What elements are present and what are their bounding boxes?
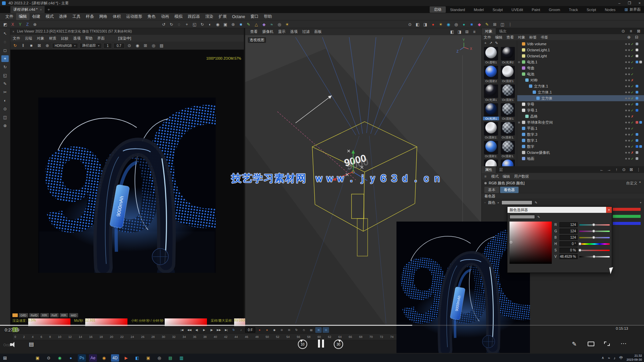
expander-icon[interactable]: ⊟ bbox=[517, 91, 533, 94]
forward-30-button[interactable]: 30 bbox=[334, 340, 343, 349]
enable-toggle-icon[interactable]: ✓ bbox=[630, 84, 635, 88]
editor-visibility-dot[interactable] bbox=[625, 128, 627, 129]
channel-value-field[interactable]: 0 ° bbox=[559, 241, 578, 246]
search-icon[interactable]: ⊙ bbox=[45, 354, 53, 362]
attr-mode-item[interactable]: 编辑 bbox=[500, 174, 512, 179]
octane-light-icon[interactable]: ☀ bbox=[437, 21, 444, 27]
om-search-icon[interactable]: ⊙ bbox=[620, 28, 627, 35]
tag-icon[interactable] bbox=[636, 79, 638, 81]
editor-visibility-dot[interactable] bbox=[625, 73, 627, 75]
attr-mode-item[interactable]: 用户数据 bbox=[512, 174, 531, 179]
play-button[interactable]: ▶ bbox=[201, 327, 207, 333]
tray-caret-icon[interactable]: ∧ bbox=[601, 356, 604, 360]
viewport-menu-item[interactable]: 摄像机 bbox=[260, 29, 276, 34]
tag-icon[interactable] bbox=[639, 133, 642, 136]
tag-icon[interactable] bbox=[639, 103, 642, 106]
viewport-solo-icon[interactable]: ◨ bbox=[422, 21, 429, 27]
folder2-icon[interactable]: ▣ bbox=[144, 354, 152, 362]
slider-knob[interactable] bbox=[578, 249, 581, 252]
previous-frame-icon[interactable]: ◀| bbox=[194, 327, 200, 333]
attr-more-icon[interactable]: ⋮ bbox=[635, 167, 642, 173]
menubar-item[interactable]: 工具 bbox=[70, 13, 83, 20]
volume-icon[interactable] bbox=[10, 342, 18, 347]
menubar-item[interactable]: 网格 bbox=[97, 13, 110, 20]
enable-toggle-icon[interactable]: ✓ bbox=[630, 145, 635, 148]
more-options-icon[interactable]: ⋯ bbox=[621, 340, 627, 347]
live-viewer-menu-item[interactable]: 比较 bbox=[59, 36, 71, 41]
material-thumbnail[interactable]: Oc混射1. bbox=[483, 159, 499, 166]
enable-toggle-icon[interactable]: ✓ bbox=[630, 66, 635, 70]
render-pass-chip[interactable]: RefD bbox=[29, 313, 40, 317]
live-viewer-menu-item[interactable]: 帮助 bbox=[83, 36, 95, 41]
annotate-icon[interactable]: ✎ bbox=[572, 341, 577, 348]
editor-visibility-dot[interactable] bbox=[625, 158, 627, 160]
coordinate-system-icon[interactable]: ⊕ bbox=[32, 21, 38, 27]
object-tree-row[interactable]: 字母.1 ✓ bbox=[517, 107, 644, 113]
object-tree-row[interactable]: ⊞ 数字.1 ✓ bbox=[517, 137, 644, 143]
object-tree-row[interactable]: OctaneLight ✓ bbox=[517, 53, 644, 59]
om-find-icon[interactable]: ⊕ bbox=[626, 34, 632, 41]
tag-icon[interactable] bbox=[636, 73, 638, 75]
layout-tab[interactable]: Sculpt bbox=[488, 7, 507, 12]
enable-toggle-icon[interactable]: ✓ bbox=[630, 157, 635, 161]
browser-icon[interactable]: ● bbox=[67, 354, 75, 362]
viewport-layout-icon[interactable]: ◧ bbox=[449, 28, 455, 35]
tag-icon[interactable] bbox=[639, 79, 642, 81]
current-frame-field[interactable]: 0 F bbox=[245, 327, 255, 333]
render-pass-chip[interactable]: Refl bbox=[50, 313, 59, 317]
tag-icon[interactable] bbox=[636, 61, 638, 63]
attributes-tab[interactable]: 属性 bbox=[482, 166, 496, 173]
viewport-menu-icon[interactable]: ≡ bbox=[471, 28, 478, 35]
octane-proxy-icon[interactable]: ◆ bbox=[476, 21, 483, 27]
enable-toggle-icon[interactable]: ✗ bbox=[630, 115, 635, 118]
material-thumbnail[interactable]: Oc混射1 bbox=[500, 65, 516, 83]
layout-tab[interactable]: Script bbox=[582, 7, 600, 12]
select-tool[interactable]: ↖ bbox=[1, 30, 9, 37]
brush-tool[interactable]: ◐ bbox=[1, 97, 9, 104]
record-button[interactable]: ● bbox=[256, 327, 263, 333]
render-view-icon[interactable]: ◉ bbox=[214, 21, 221, 27]
samples-field[interactable]: 1 bbox=[103, 43, 112, 49]
material-thumbnail[interactable]: Oc混射2. bbox=[483, 140, 499, 158]
maximize-button[interactable]: ❐ bbox=[628, 1, 631, 5]
editor-visibility-dot[interactable] bbox=[625, 55, 627, 57]
channel-slider[interactable] bbox=[579, 248, 610, 253]
enable-toggle-icon[interactable]: ✓ bbox=[630, 133, 635, 136]
menubar-item[interactable]: Octane bbox=[229, 14, 248, 20]
menubar-item[interactable]: 角色 bbox=[145, 13, 158, 20]
octane-logo-icon[interactable]: ● bbox=[430, 21, 436, 27]
render-pass-chip[interactable]: MID bbox=[69, 313, 78, 317]
expander-icon[interactable]: ⊞ bbox=[517, 139, 522, 142]
render-settings-icon[interactable]: ⊛ bbox=[44, 43, 51, 49]
tag-icon[interactable] bbox=[636, 109, 638, 112]
slider-knob[interactable] bbox=[592, 230, 595, 233]
material-link-icon[interactable]: ↗ bbox=[489, 41, 492, 45]
attribute-tab[interactable]: 基本 bbox=[484, 187, 499, 193]
pause-render-icon[interactable]: ‖ bbox=[20, 43, 26, 49]
c4d-icon[interactable]: 4D bbox=[111, 354, 119, 362]
minimize-button[interactable]: – bbox=[619, 1, 621, 5]
hamburger-icon[interactable]: ≡ bbox=[482, 174, 489, 178]
magnet-tool[interactable]: ⊙ bbox=[1, 106, 9, 112]
aftereffects-icon[interactable]: Ae bbox=[89, 354, 97, 362]
render-picture-viewer-icon[interactable]: ▣ bbox=[222, 21, 229, 27]
enable-toggle-icon[interactable]: ✓ bbox=[630, 121, 635, 124]
close-icon[interactable]: × bbox=[12, 30, 14, 34]
axis-tool[interactable]: ⊕ bbox=[1, 122, 9, 129]
pick-material-icon[interactable]: ◉ bbox=[134, 43, 141, 49]
fullscreen-icon[interactable] bbox=[604, 342, 610, 346]
go-to-end-icon[interactable]: ▶| bbox=[223, 327, 229, 333]
enable-toggle-icon[interactable]: ✓ bbox=[630, 97, 635, 100]
pick-focus-icon[interactable]: ⊙ bbox=[126, 43, 133, 49]
eyedropper-icon[interactable]: ✎ bbox=[535, 201, 537, 204]
render-pass-chip[interactable]: RfR bbox=[40, 313, 49, 317]
material-thumbnail[interactable]: Oc光泽1 bbox=[483, 83, 499, 102]
object-tree-row[interactable]: ⊞ 数字 ✓ bbox=[517, 143, 644, 149]
viewport-menu-item[interactable]: 显示 bbox=[276, 29, 288, 34]
om-menu-item[interactable]: 文件 bbox=[482, 35, 493, 40]
octane-camera-icon[interactable]: ◎ bbox=[453, 21, 460, 27]
rewind-10-button[interactable]: 10 bbox=[298, 340, 307, 349]
terminal-icon[interactable]: ▥ bbox=[177, 354, 185, 362]
stop-render-icon[interactable]: ■ bbox=[28, 43, 35, 49]
live-viewer-menu-item[interactable]: 对象 bbox=[35, 36, 47, 41]
